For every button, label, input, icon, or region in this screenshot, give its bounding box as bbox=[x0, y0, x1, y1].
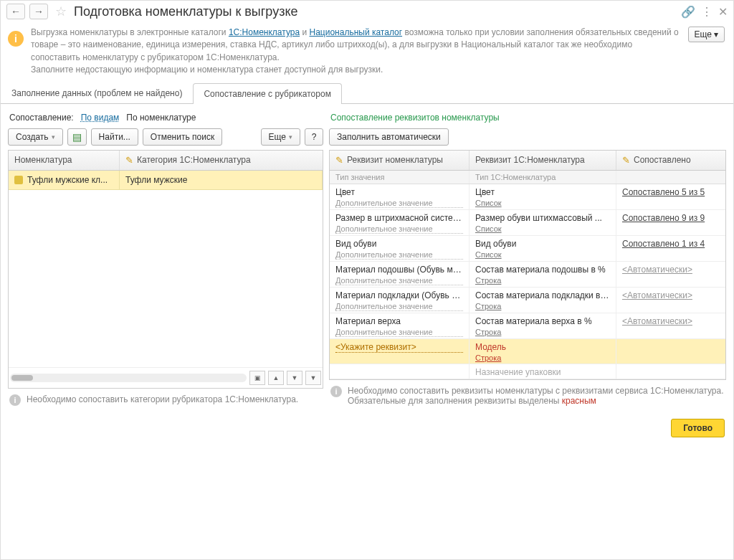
spreadsheet-button[interactable]: ▤ bbox=[67, 128, 87, 146]
subheader-type-1c: Тип 1С:Номенклатура bbox=[470, 171, 616, 184]
find-button[interactable]: Найти... bbox=[91, 128, 138, 146]
favorite-star-icon[interactable]: ☆ bbox=[52, 4, 70, 19]
mode-by-nomenclature[interactable]: По номенклатуре bbox=[126, 113, 196, 123]
chevron-down-icon: ▾ bbox=[289, 133, 292, 141]
nav-forward-button[interactable]: → bbox=[29, 4, 48, 19]
row-name: Туфли мужские кл... bbox=[27, 175, 108, 185]
table-row[interactable]: Материал подкладки (Обувь м...Дополнител… bbox=[330, 288, 725, 313]
chevron-down-icon: ▾ bbox=[714, 29, 718, 39]
pencil-icon: ✎ bbox=[125, 155, 133, 166]
table-row[interactable]: Туфли мужские кл... Туфли мужские bbox=[9, 171, 323, 190]
row-category: Туфли мужские bbox=[120, 171, 323, 189]
match-label: Сопоставление: bbox=[9, 113, 74, 123]
table-row[interactable]: Размер в штрихмасной системеДополнительн… bbox=[330, 210, 725, 236]
table-row-selected[interactable]: <Укажите реквизит>МодельСтрока bbox=[330, 339, 725, 364]
chevron-down-icon: ▾ bbox=[52, 133, 55, 141]
grid-nav-up[interactable]: ▲ bbox=[268, 371, 284, 385]
table-row[interactable]: Материал верхаДополнительное значениеСос… bbox=[330, 313, 725, 339]
match-link[interactable]: Сопоставлено 5 из 5 bbox=[622, 187, 720, 197]
subheader-type: Тип значения bbox=[330, 171, 470, 184]
pencil-icon: ✎ bbox=[622, 155, 630, 166]
left-hint-text: Необходимо сопоставить категории рубрика… bbox=[27, 394, 298, 404]
link-1c-nomenclature[interactable]: 1С:Номенклатура bbox=[229, 27, 300, 37]
auto-match-label[interactable]: <Автоматически> bbox=[622, 290, 720, 300]
grid-nav-down[interactable]: ▼ bbox=[287, 371, 302, 385]
col-nomenclature[interactable]: Номенклатура bbox=[9, 151, 120, 170]
col-category[interactable]: ✎Категория 1С:Номенклатура bbox=[120, 151, 323, 170]
page-title: Подготовка номенклатуры к выгрузке bbox=[74, 4, 677, 19]
hint-icon: i bbox=[330, 386, 342, 397]
table-row[interactable]: Вид обувиДополнительное значениеВид обув… bbox=[330, 236, 725, 262]
auto-match-label[interactable]: <Автоматически> bbox=[622, 265, 720, 275]
tab-fill-data[interactable]: Заполнение данных (проблем не найдено) bbox=[1, 82, 193, 103]
horizontal-scrollbar[interactable] bbox=[10, 374, 247, 382]
col-requisite[interactable]: ✎Реквизит номенклатуры bbox=[330, 151, 470, 170]
more-button-left[interactable]: Еще▾ bbox=[261, 128, 300, 146]
mode-by-types[interactable]: По видам bbox=[81, 113, 120, 123]
col-matched[interactable]: ✎Сопоставлено bbox=[616, 151, 725, 170]
match-link[interactable]: Сопоставлено 1 из 4 bbox=[622, 239, 720, 249]
right-hint-text: Необходимо сопоставить реквизиты номенкл… bbox=[348, 386, 725, 406]
right-pane-title: Сопоставление реквизитов номенклатуры bbox=[329, 110, 726, 128]
info-icon: i bbox=[8, 31, 24, 47]
more-button-top[interactable]: Еще▾ bbox=[688, 27, 725, 42]
select-requisite-placeholder[interactable]: <Укажите реквизит> bbox=[335, 342, 463, 353]
tab-matching[interactable]: Сопоставление с рубрикатором bbox=[193, 83, 341, 104]
table-row[interactable]: ЦветДополнительное значениеЦветСписокСоп… bbox=[330, 184, 725, 210]
link-national-catalog[interactable]: Национальный каталог bbox=[309, 27, 402, 37]
pencil-icon: ✎ bbox=[335, 155, 343, 166]
hint-icon: i bbox=[9, 394, 21, 406]
table-row[interactable]: Материал подошвы (Обувь ма...Дополнитель… bbox=[330, 262, 725, 288]
link-icon[interactable]: 🔗 bbox=[681, 5, 695, 19]
nav-back-button[interactable]: ← bbox=[6, 4, 25, 19]
grid-nav-first[interactable]: ▣ bbox=[249, 371, 265, 385]
ready-button[interactable]: Готово bbox=[671, 419, 725, 437]
info-banner-text: Выгрузка номенклатуры в электронные ката… bbox=[31, 27, 681, 77]
create-button[interactable]: Создать▾ bbox=[8, 128, 63, 146]
match-link[interactable]: Сопоставлено 9 из 9 bbox=[622, 213, 720, 223]
close-icon[interactable]: ✕ bbox=[718, 5, 728, 19]
cancel-search-button[interactable]: Отменить поиск bbox=[143, 128, 222, 146]
grid-nav-last[interactable]: ▼ bbox=[305, 371, 321, 385]
spreadsheet-icon: ▤ bbox=[72, 131, 82, 143]
help-button[interactable]: ? bbox=[305, 128, 323, 146]
kebab-menu-icon[interactable]: ⋮ bbox=[701, 5, 712, 19]
auto-fill-button[interactable]: Заполнить автоматически bbox=[329, 128, 449, 146]
col-requisite-1c[interactable]: Реквизит 1С:Номенклатура bbox=[470, 151, 616, 170]
auto-match-label[interactable]: <Автоматически> bbox=[622, 316, 720, 326]
item-icon bbox=[14, 176, 23, 184]
